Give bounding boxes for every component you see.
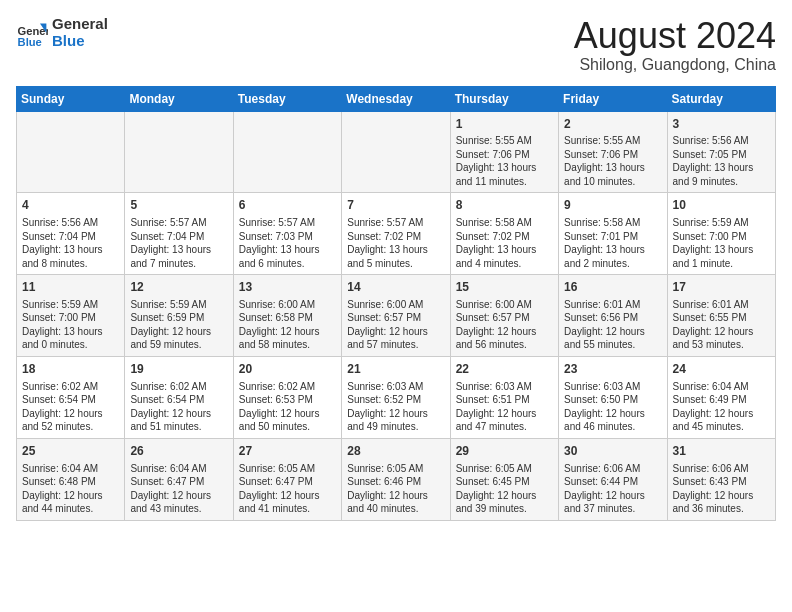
calendar-table: SundayMondayTuesdayWednesdayThursdayFrid… — [16, 86, 776, 521]
day-info: Sunrise: 5:56 AMSunset: 7:04 PMDaylight:… — [22, 216, 119, 270]
logo: General Blue General Blue — [16, 16, 108, 49]
day-number: 16 — [564, 279, 661, 296]
day-number: 29 — [456, 443, 553, 460]
calendar-day: 12Sunrise: 5:59 AMSunset: 6:59 PMDayligh… — [125, 275, 233, 357]
day-info: Sunrise: 6:00 AMSunset: 6:58 PMDaylight:… — [239, 298, 336, 352]
calendar-day: 26Sunrise: 6:04 AMSunset: 6:47 PMDayligh… — [125, 438, 233, 520]
day-number: 19 — [130, 361, 227, 378]
weekday-header-sunday: Sunday — [17, 86, 125, 111]
calendar-day: 5Sunrise: 5:57 AMSunset: 7:04 PMDaylight… — [125, 193, 233, 275]
day-number: 20 — [239, 361, 336, 378]
day-number: 21 — [347, 361, 444, 378]
day-number: 12 — [130, 279, 227, 296]
calendar-day: 22Sunrise: 6:03 AMSunset: 6:51 PMDayligh… — [450, 356, 558, 438]
calendar-header: SundayMondayTuesdayWednesdayThursdayFrid… — [17, 86, 776, 111]
page-header: General Blue General Blue August 2024 Sh… — [16, 16, 776, 74]
day-info: Sunrise: 6:05 AMSunset: 6:47 PMDaylight:… — [239, 462, 336, 516]
calendar-day: 2Sunrise: 5:55 AMSunset: 7:06 PMDaylight… — [559, 111, 667, 193]
day-number: 24 — [673, 361, 770, 378]
day-number: 28 — [347, 443, 444, 460]
calendar-day: 30Sunrise: 6:06 AMSunset: 6:44 PMDayligh… — [559, 438, 667, 520]
day-info: Sunrise: 5:55 AMSunset: 7:06 PMDaylight:… — [564, 134, 661, 188]
calendar-day: 24Sunrise: 6:04 AMSunset: 6:49 PMDayligh… — [667, 356, 775, 438]
day-number: 25 — [22, 443, 119, 460]
day-info: Sunrise: 5:57 AMSunset: 7:03 PMDaylight:… — [239, 216, 336, 270]
day-info: Sunrise: 6:03 AMSunset: 6:52 PMDaylight:… — [347, 380, 444, 434]
day-info: Sunrise: 6:01 AMSunset: 6:56 PMDaylight:… — [564, 298, 661, 352]
calendar-day: 13Sunrise: 6:00 AMSunset: 6:58 PMDayligh… — [233, 275, 341, 357]
calendar-day: 15Sunrise: 6:00 AMSunset: 6:57 PMDayligh… — [450, 275, 558, 357]
day-number: 31 — [673, 443, 770, 460]
day-info: Sunrise: 6:00 AMSunset: 6:57 PMDaylight:… — [456, 298, 553, 352]
day-info: Sunrise: 6:04 AMSunset: 6:48 PMDaylight:… — [22, 462, 119, 516]
weekday-header-saturday: Saturday — [667, 86, 775, 111]
calendar-day: 7Sunrise: 5:57 AMSunset: 7:02 PMDaylight… — [342, 193, 450, 275]
calendar-day: 16Sunrise: 6:01 AMSunset: 6:56 PMDayligh… — [559, 275, 667, 357]
day-info: Sunrise: 6:02 AMSunset: 6:54 PMDaylight:… — [130, 380, 227, 434]
calendar-day — [233, 111, 341, 193]
day-info: Sunrise: 6:06 AMSunset: 6:43 PMDaylight:… — [673, 462, 770, 516]
day-number: 22 — [456, 361, 553, 378]
calendar-day: 3Sunrise: 5:56 AMSunset: 7:05 PMDaylight… — [667, 111, 775, 193]
calendar-week-1: 1Sunrise: 5:55 AMSunset: 7:06 PMDaylight… — [17, 111, 776, 193]
day-number: 26 — [130, 443, 227, 460]
calendar-day: 6Sunrise: 5:57 AMSunset: 7:03 PMDaylight… — [233, 193, 341, 275]
day-number: 30 — [564, 443, 661, 460]
day-info: Sunrise: 5:56 AMSunset: 7:05 PMDaylight:… — [673, 134, 770, 188]
day-info: Sunrise: 6:03 AMSunset: 6:50 PMDaylight:… — [564, 380, 661, 434]
calendar-week-5: 25Sunrise: 6:04 AMSunset: 6:48 PMDayligh… — [17, 438, 776, 520]
day-number: 11 — [22, 279, 119, 296]
day-info: Sunrise: 6:00 AMSunset: 6:57 PMDaylight:… — [347, 298, 444, 352]
calendar-day: 18Sunrise: 6:02 AMSunset: 6:54 PMDayligh… — [17, 356, 125, 438]
weekday-header-thursday: Thursday — [450, 86, 558, 111]
day-number: 8 — [456, 197, 553, 214]
month-year: August 2024 — [574, 16, 776, 56]
calendar-day — [17, 111, 125, 193]
calendar-day: 31Sunrise: 6:06 AMSunset: 6:43 PMDayligh… — [667, 438, 775, 520]
calendar-day: 1Sunrise: 5:55 AMSunset: 7:06 PMDaylight… — [450, 111, 558, 193]
day-info: Sunrise: 5:59 AMSunset: 6:59 PMDaylight:… — [130, 298, 227, 352]
calendar-day: 27Sunrise: 6:05 AMSunset: 6:47 PMDayligh… — [233, 438, 341, 520]
calendar-day: 20Sunrise: 6:02 AMSunset: 6:53 PMDayligh… — [233, 356, 341, 438]
day-number: 18 — [22, 361, 119, 378]
day-info: Sunrise: 6:05 AMSunset: 6:46 PMDaylight:… — [347, 462, 444, 516]
calendar-day — [125, 111, 233, 193]
day-info: Sunrise: 5:57 AMSunset: 7:02 PMDaylight:… — [347, 216, 444, 270]
day-number: 4 — [22, 197, 119, 214]
day-info: Sunrise: 6:06 AMSunset: 6:44 PMDaylight:… — [564, 462, 661, 516]
calendar-day: 23Sunrise: 6:03 AMSunset: 6:50 PMDayligh… — [559, 356, 667, 438]
day-info: Sunrise: 5:59 AMSunset: 7:00 PMDaylight:… — [22, 298, 119, 352]
day-info: Sunrise: 5:58 AMSunset: 7:02 PMDaylight:… — [456, 216, 553, 270]
weekday-header-friday: Friday — [559, 86, 667, 111]
day-info: Sunrise: 6:03 AMSunset: 6:51 PMDaylight:… — [456, 380, 553, 434]
day-number: 2 — [564, 116, 661, 133]
calendar-day: 9Sunrise: 5:58 AMSunset: 7:01 PMDaylight… — [559, 193, 667, 275]
calendar-day: 21Sunrise: 6:03 AMSunset: 6:52 PMDayligh… — [342, 356, 450, 438]
calendar-day: 10Sunrise: 5:59 AMSunset: 7:00 PMDayligh… — [667, 193, 775, 275]
day-info: Sunrise: 5:57 AMSunset: 7:04 PMDaylight:… — [130, 216, 227, 270]
day-info: Sunrise: 6:02 AMSunset: 6:54 PMDaylight:… — [22, 380, 119, 434]
calendar-day: 25Sunrise: 6:04 AMSunset: 6:48 PMDayligh… — [17, 438, 125, 520]
day-number: 7 — [347, 197, 444, 214]
weekday-header-monday: Monday — [125, 86, 233, 111]
day-info: Sunrise: 6:02 AMSunset: 6:53 PMDaylight:… — [239, 380, 336, 434]
day-number: 27 — [239, 443, 336, 460]
day-info: Sunrise: 6:04 AMSunset: 6:47 PMDaylight:… — [130, 462, 227, 516]
calendar-day: 29Sunrise: 6:05 AMSunset: 6:45 PMDayligh… — [450, 438, 558, 520]
day-number: 6 — [239, 197, 336, 214]
day-info: Sunrise: 5:59 AMSunset: 7:00 PMDaylight:… — [673, 216, 770, 270]
calendar-day: 11Sunrise: 5:59 AMSunset: 7:00 PMDayligh… — [17, 275, 125, 357]
calendar-day: 8Sunrise: 5:58 AMSunset: 7:02 PMDaylight… — [450, 193, 558, 275]
day-number: 13 — [239, 279, 336, 296]
day-number: 10 — [673, 197, 770, 214]
calendar-day: 14Sunrise: 6:00 AMSunset: 6:57 PMDayligh… — [342, 275, 450, 357]
day-info: Sunrise: 5:58 AMSunset: 7:01 PMDaylight:… — [564, 216, 661, 270]
logo-icon: General Blue — [16, 17, 48, 49]
day-number: 17 — [673, 279, 770, 296]
day-number: 14 — [347, 279, 444, 296]
logo-blue: Blue — [52, 33, 108, 50]
day-info: Sunrise: 6:05 AMSunset: 6:45 PMDaylight:… — [456, 462, 553, 516]
day-number: 1 — [456, 116, 553, 133]
day-info: Sunrise: 6:01 AMSunset: 6:55 PMDaylight:… — [673, 298, 770, 352]
day-number: 5 — [130, 197, 227, 214]
